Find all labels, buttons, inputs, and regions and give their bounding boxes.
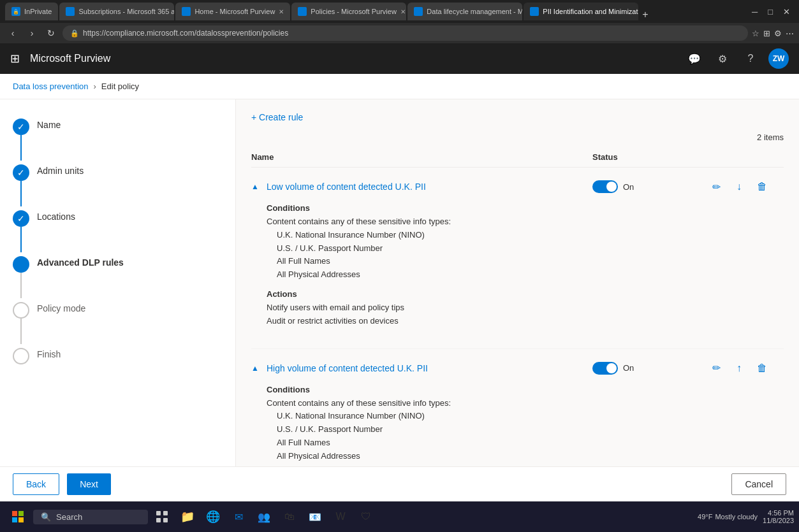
tab-pii-favicon — [530, 7, 539, 16]
tab-home[interactable]: Home - Microsoft Purview ✕ — [175, 3, 290, 20]
cancel-button[interactable]: Cancel — [731, 473, 786, 495]
refresh-button[interactable]: ↻ — [43, 25, 59, 41]
step-policy-label[interactable]: Policy mode — [37, 298, 85, 313]
settings-icon[interactable]: ⋯ — [786, 29, 794, 38]
tab-lifecycle-label: Data lifecycle management - M... — [427, 8, 522, 15]
extensions-icon[interactable]: ⚙ — [774, 29, 782, 38]
content-inner: + Create rule 2 items Name Status ▲ Low … — [236, 99, 799, 501]
tab-subscriptions-favicon — [66, 7, 75, 16]
tab-policies-favicon — [298, 7, 307, 16]
rule-low-volume-move-down[interactable]: ↓ — [730, 178, 748, 196]
rule-high-volume-edit[interactable]: ✏ — [707, 359, 725, 377]
sidebar: ✓ Name ✓ Admin units ✓ Locations — [0, 99, 236, 501]
rule-high-volume-title[interactable]: High volume of content detected U.K. PII — [267, 363, 592, 373]
conditions-types-2: U.K. National Insurance Number (NINO) U.… — [267, 410, 768, 463]
action-1-2: Audit or restrict activities on devices — [267, 316, 399, 326]
browser-chrome: 🔒 InPrivate Subscriptions - Microsoft 36… — [0, 0, 799, 23]
create-rule-button[interactable]: + Create rule — [251, 112, 303, 122]
rule-low-volume-actions: ✏ ↓ 🗑 — [707, 178, 784, 196]
next-button[interactable]: Next — [67, 473, 111, 495]
app-title: Microsoft Purview — [30, 53, 110, 64]
rule-low-volume-details: Conditions Content contains any of these… — [251, 198, 784, 341]
tab-policies-close[interactable]: ✕ — [400, 8, 406, 15]
rule-high-volume-move-up[interactable]: ↑ — [730, 359, 748, 377]
type-1-2: U.S. / U.K. Passport Number — [277, 243, 383, 253]
toggle-slider-1 — [592, 180, 618, 193]
step-advanced-label[interactable]: Advanced DLP rules — [37, 252, 124, 268]
browser-nav: ‹ › ↻ 🔒 https://compliance.microsoft.com… — [0, 23, 799, 43]
minimize-button[interactable]: ─ — [748, 7, 761, 17]
step-admin-units: ✓ Admin units — [13, 161, 223, 206]
nav-icons: ☆ ⊞ ⚙ ⋯ — [752, 29, 794, 38]
rule-low-volume-title[interactable]: Low volume of content detected U.K. PII — [267, 182, 592, 192]
col-header-actions — [707, 152, 784, 162]
step-admin-circle: ✓ — [13, 164, 29, 181]
user-avatar[interactable]: ZW — [768, 48, 789, 69]
col-header-status: Status — [592, 152, 707, 162]
step-finish-label[interactable]: Finish — [37, 344, 61, 359]
tab-pii-label: PII Identification and Minimizati... — [543, 8, 638, 15]
back-button[interactable]: Back — [13, 473, 59, 495]
step-policy-circle — [13, 302, 29, 319]
forward-button[interactable]: › — [24, 25, 40, 41]
tab-pii[interactable]: PII Identification and Minimizati... ✕ — [524, 3, 638, 20]
step-admin-label[interactable]: Admin units — [37, 161, 84, 176]
inprivate-favicon: 🔒 — [11, 7, 20, 16]
step-name-circle: ✓ — [13, 119, 29, 135]
tab-home-label: Home - Microsoft Purview — [194, 8, 275, 15]
rule-high-volume-actions: ✏ ↑ 🗑 — [707, 359, 784, 377]
type-2-4: All Physical Addresses — [277, 451, 360, 461]
step-connector-5 — [20, 319, 22, 344]
close-button[interactable]: ✕ — [779, 7, 794, 17]
rule-low-volume-actions-content: Notify users with email and policy tips … — [267, 301, 768, 328]
back-button[interactable]: ‹ — [5, 25, 20, 41]
collections-icon[interactable]: ⊞ — [763, 29, 770, 38]
rule-low-volume-actions-title: Actions — [267, 289, 768, 299]
step-name-label[interactable]: Name — [37, 115, 61, 130]
breadcrumb-parent[interactable]: Data loss prevention — [13, 82, 89, 91]
address-bar[interactable]: 🔒 https://compliance.microsoft.com/datal… — [62, 25, 748, 41]
step-locations: ✓ Locations — [13, 206, 223, 252]
tab-lifecycle[interactable]: Data lifecycle management - M... ✕ — [407, 3, 522, 20]
help-icon[interactable]: ? — [740, 48, 761, 69]
tab-subscriptions[interactable]: Subscriptions - Microsoft 365 a... ✕ — [59, 3, 174, 20]
rule-low-volume-toggle[interactable] — [592, 180, 618, 193]
rule-low-volume-expand[interactable]: ▲ — [251, 182, 261, 191]
rule-high-volume-header: ▲ High volume of content detected U.K. P… — [251, 357, 784, 380]
rule-high-volume-delete[interactable]: 🗑 — [753, 359, 771, 377]
rule-high-volume-conditions-title: Conditions — [267, 385, 768, 394]
settings-header-icon[interactable]: ⚙ — [712, 48, 733, 69]
tab-subscriptions-label: Subscriptions - Microsoft 365 a... — [78, 8, 174, 15]
rule-low-volume-delete[interactable]: 🗑 — [753, 178, 771, 196]
tab-inprivate-label: InPrivate — [24, 8, 52, 15]
header-right: 💬 ⚙ ? ZW — [684, 48, 789, 69]
rule-low-volume-conditions-title: Conditions — [267, 203, 768, 213]
tab-policies-label: Policies - Microsoft Purview — [311, 8, 396, 15]
main-layout: ✓ Name ✓ Admin units ✓ Locations — [0, 99, 799, 501]
tab-lifecycle-favicon — [414, 7, 423, 16]
rule-low-volume-header: ▲ Low volume of content detected U.K. PI… — [251, 175, 784, 198]
step-connector-1 — [20, 135, 22, 161]
breadcrumb-separator: › — [94, 82, 96, 91]
rule-high-volume-toggle[interactable] — [592, 362, 618, 375]
rule-high-volume-expand[interactable]: ▲ — [251, 364, 261, 373]
tab-inprivate[interactable]: 🔒 InPrivate — [5, 3, 58, 20]
type-1-3: All Full Names — [277, 256, 330, 266]
rule-high-volume-status: On — [592, 362, 707, 375]
rule-high-volume-status-label: On — [623, 363, 634, 373]
tab-home-close[interactable]: ✕ — [279, 8, 284, 15]
favorites-icon[interactable]: ☆ — [752, 29, 759, 38]
maximize-button[interactable]: □ — [764, 7, 777, 17]
tab-policies[interactable]: Policies - Microsoft Purview ✕ — [291, 3, 406, 20]
rule-low-volume-edit[interactable]: ✏ — [707, 178, 725, 196]
step-locations-label[interactable]: Locations — [37, 206, 75, 222]
waffle-menu-icon[interactable]: ⊞ — [10, 52, 20, 66]
step-name: ✓ Name — [13, 115, 223, 161]
step-advanced-dlp: Advanced DLP rules — [13, 252, 223, 298]
conditions-intro-2: Content contains any of these sensitive … — [267, 398, 451, 408]
feedback-icon[interactable]: 💬 — [684, 48, 705, 69]
new-tab-button[interactable]: + — [642, 9, 648, 20]
step-connector-4 — [20, 273, 22, 298]
step-policy-mode: Policy mode — [13, 298, 223, 344]
rule-low-volume-status: On — [592, 180, 707, 193]
